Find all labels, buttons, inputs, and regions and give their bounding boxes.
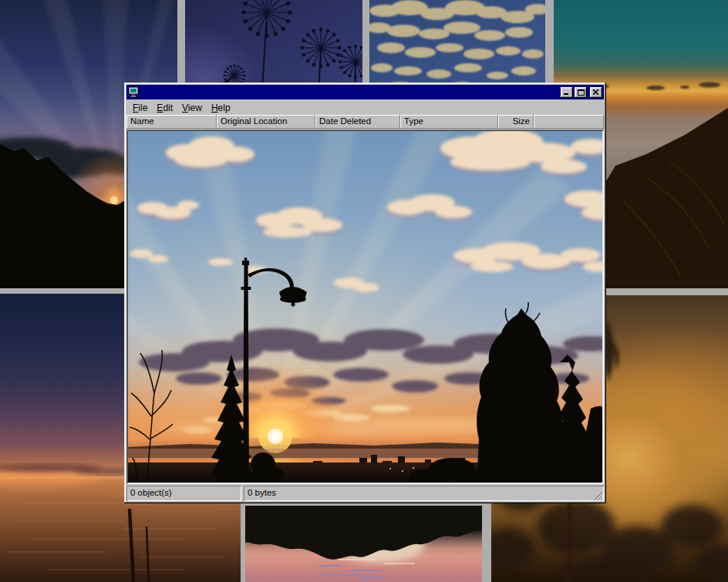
column-header-date-deleted[interactable]: Date Deleted — [315, 115, 400, 129]
column-header-size[interactable]: Size — [498, 115, 534, 129]
column-header-original-location[interactable]: Original Location — [217, 115, 315, 129]
column-header-name[interactable]: Name — [126, 115, 217, 129]
menu-bar: File Edit View Help — [126, 99, 604, 115]
status-objects: 0 object(s) — [126, 486, 241, 501]
wallpaper-tile-pink-reflection — [245, 506, 482, 582]
resize-grip[interactable] — [593, 490, 603, 500]
recycle-bin-window: File Edit View Help Name Original Locati… — [124, 82, 606, 503]
menu-help[interactable]: Help — [207, 102, 235, 114]
status-bytes: 0 bytes — [244, 486, 604, 501]
close-button[interactable] — [590, 87, 602, 98]
column-headers: Name Original Location Date Deleted Type… — [126, 115, 604, 129]
menu-view[interactable]: View — [177, 102, 207, 114]
column-header-filler[interactable] — [534, 115, 604, 129]
street-lamp-sunset-photo — [128, 131, 602, 483]
column-header-type[interactable]: Type — [400, 115, 498, 129]
maximize-button[interactable] — [575, 87, 587, 98]
menu-edit[interactable]: Edit — [152, 102, 177, 114]
minimize-button[interactable] — [561, 87, 573, 98]
desktop: File Edit View Help Name Original Locati… — [0, 0, 728, 582]
status-bar: 0 object(s) 0 bytes — [126, 484, 604, 501]
menu-file[interactable]: File — [128, 102, 152, 114]
computer-icon — [128, 86, 140, 98]
file-list-area[interactable] — [126, 130, 604, 484]
window-titlebar[interactable] — [126, 85, 604, 99]
pink-reflection-graphic — [245, 506, 482, 582]
